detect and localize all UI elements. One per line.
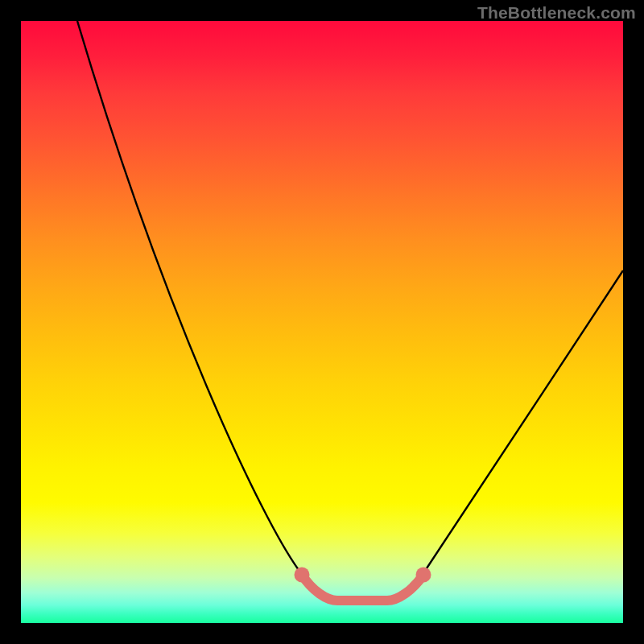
watermark-text: TheBottleneck.com <box>477 3 636 23</box>
bottleneck-curve <box>77 21 623 601</box>
highlight-dot-left <box>295 568 310 583</box>
chart-svg <box>21 21 623 623</box>
plot-area <box>21 21 623 623</box>
chart-frame: TheBottleneck.com <box>0 0 644 644</box>
highlight-dot-right <box>416 568 431 583</box>
highlight-segment <box>302 575 423 601</box>
